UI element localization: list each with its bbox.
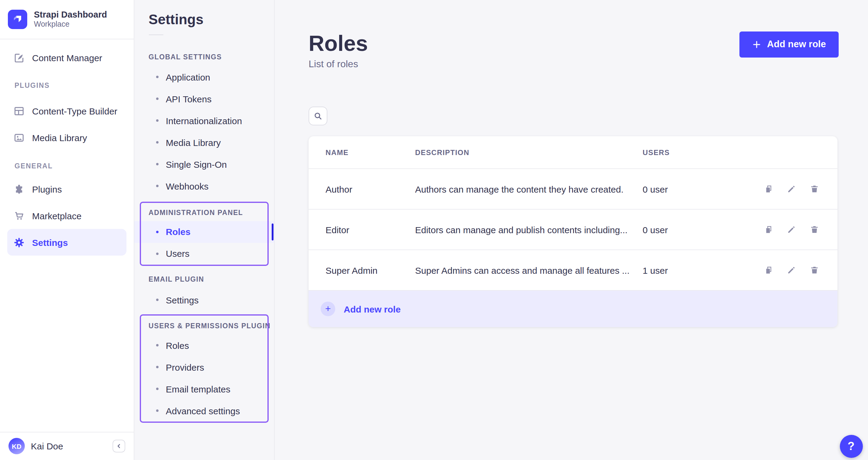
plus-circle-icon: + xyxy=(321,301,335,316)
role-description: Authors can manage the content they have… xyxy=(415,184,643,194)
subnav-item-up-roles[interactable]: Roles xyxy=(134,334,274,356)
page-title: Roles xyxy=(309,31,368,56)
role-users-count: 0 user xyxy=(643,184,755,194)
subnav-item-admin-roles[interactable]: Roles xyxy=(134,221,274,242)
media-library-icon xyxy=(13,132,25,144)
bullet-icon xyxy=(156,119,158,122)
sidebar-section-plugins: PLUGINS xyxy=(14,82,50,89)
bullet-icon xyxy=(156,366,158,368)
user-menu[interactable]: KD Kai Doe xyxy=(0,432,133,460)
sidebar-item-label: Marketplace xyxy=(32,210,82,221)
column-header-name: NAME xyxy=(326,148,415,156)
sidebar-item-settings[interactable]: Settings xyxy=(7,229,126,256)
bullet-icon xyxy=(156,185,158,187)
role-name: Editor xyxy=(326,224,415,235)
edit-icon[interactable] xyxy=(786,184,796,194)
app-title: Strapi Dashboard xyxy=(34,9,107,20)
duplicate-icon[interactable] xyxy=(764,184,773,194)
collapse-sidebar-button[interactable] xyxy=(112,440,125,453)
bullet-icon xyxy=(156,141,158,144)
table-row-editor[interactable]: Editor Editors can manage and publish co… xyxy=(309,209,837,250)
content-type-builder-icon xyxy=(13,105,25,117)
subnav-item-up-providers[interactable]: Providers xyxy=(134,356,274,378)
settings-subnav: Settings GLOBAL SETTINGS Application API… xyxy=(134,0,275,460)
role-name: Super Admin xyxy=(326,265,415,275)
plugins-icon xyxy=(13,183,25,195)
search-button[interactable] xyxy=(309,107,327,125)
workspace-name: Workplace xyxy=(34,20,107,30)
subnav-item-api-tokens[interactable]: API Tokens xyxy=(134,88,274,110)
column-header-users: USERS xyxy=(643,148,755,156)
table-header-row: NAME DESCRIPTION USERS xyxy=(309,136,837,169)
role-users-count: 1 user xyxy=(643,265,755,275)
sidebar-item-label: Media Library xyxy=(32,133,87,143)
content-manager-icon xyxy=(13,52,25,63)
table-row-author[interactable]: Author Authors can manage the content th… xyxy=(309,169,837,209)
bullet-icon xyxy=(156,76,158,78)
table-row-super-admin[interactable]: Super Admin Super Admins can access and … xyxy=(309,250,837,291)
help-button[interactable]: ? xyxy=(840,435,863,458)
sidebar-section-general: GENERAL xyxy=(14,162,53,169)
subnav-item-up-advanced-settings[interactable]: Advanced settings xyxy=(134,400,274,422)
sidebar-item-label: Content-Type Builder xyxy=(32,106,117,116)
subnav-section-global-settings: GLOBAL SETTINGS xyxy=(149,53,222,61)
subnav-item-up-email-templates[interactable]: Email templates xyxy=(134,378,274,400)
subnav-item-admin-users[interactable]: Users xyxy=(134,242,274,264)
bullet-icon xyxy=(156,387,158,390)
strapi-logo-icon xyxy=(8,10,27,29)
bullet-icon xyxy=(156,409,158,412)
subnav-item-media-library[interactable]: Media Library xyxy=(134,132,274,153)
main-sidebar: Strapi Dashboard Workplace Content Manag… xyxy=(0,0,134,460)
marketplace-icon xyxy=(13,210,25,221)
bullet-icon xyxy=(156,230,158,233)
user-name: Kai Doe xyxy=(31,441,63,451)
subnav-item-email-settings[interactable]: Settings xyxy=(134,289,274,311)
avatar: KD xyxy=(8,438,25,454)
add-new-role-footer-button[interactable]: + Add new role xyxy=(309,291,837,327)
role-description: Editors can manage and publish contents … xyxy=(415,224,643,235)
chevron-left-icon xyxy=(116,443,121,449)
main-content: Roles List of roles Add new role NAME DE… xyxy=(275,0,868,460)
subnav-item-application[interactable]: Application xyxy=(134,66,274,88)
subnav-item-internationalization[interactable]: Internationalization xyxy=(134,110,274,132)
subnav-section-users-permissions-plugin: USERS & PERMISSIONS PLUGIN xyxy=(149,322,271,329)
sidebar-item-content-type-builder[interactable]: Content-Type Builder xyxy=(7,98,126,124)
subnav-title: Settings xyxy=(149,11,203,28)
sidebar-item-label: Settings xyxy=(32,237,68,248)
bullet-icon xyxy=(156,298,158,301)
subnav-section-administration-panel: ADMINISTRATION PANEL xyxy=(149,209,243,216)
edit-icon[interactable] xyxy=(786,265,796,275)
sidebar-item-media-library[interactable]: Media Library xyxy=(7,124,126,151)
search-icon xyxy=(313,111,322,120)
delete-icon[interactable] xyxy=(810,184,819,194)
row-actions xyxy=(755,265,820,275)
sidebar-item-plugins[interactable]: Plugins xyxy=(7,176,126,202)
bullet-icon xyxy=(156,344,158,346)
sidebar-item-content-manager[interactable]: Content Manager xyxy=(7,44,126,71)
add-new-role-button[interactable]: Add new role xyxy=(739,31,839,57)
row-actions xyxy=(755,225,820,234)
settings-gear-icon xyxy=(13,236,25,248)
workspace-switcher[interactable]: Strapi Dashboard Workplace xyxy=(0,0,133,39)
workspace-info: Strapi Dashboard Workplace xyxy=(34,9,107,30)
role-name: Author xyxy=(326,184,415,194)
delete-icon[interactable] xyxy=(810,265,819,275)
column-header-description: DESCRIPTION xyxy=(415,148,643,156)
subnav-divider xyxy=(149,34,163,35)
delete-icon[interactable] xyxy=(810,225,819,234)
role-description: Super Admins can access and manage all f… xyxy=(415,265,643,275)
edit-icon[interactable] xyxy=(786,225,796,234)
sidebar-item-marketplace[interactable]: Marketplace xyxy=(7,202,126,229)
duplicate-icon[interactable] xyxy=(764,225,773,234)
bullet-icon xyxy=(156,97,158,100)
duplicate-icon[interactable] xyxy=(764,265,773,275)
plus-icon xyxy=(752,40,761,49)
subnav-item-webhooks[interactable]: Webhooks xyxy=(134,175,274,197)
roles-table: NAME DESCRIPTION USERS Author Authors ca… xyxy=(309,136,837,327)
subnav-item-single-sign-on[interactable]: Single Sign-On xyxy=(134,153,274,175)
strapi-dashboard: Strapi Dashboard Workplace Content Manag… xyxy=(0,0,868,460)
bullet-icon xyxy=(156,163,158,165)
subnav-section-email-plugin: EMAIL PLUGIN xyxy=(149,276,204,283)
page-subtitle: List of roles xyxy=(309,59,358,70)
row-actions xyxy=(755,184,820,194)
